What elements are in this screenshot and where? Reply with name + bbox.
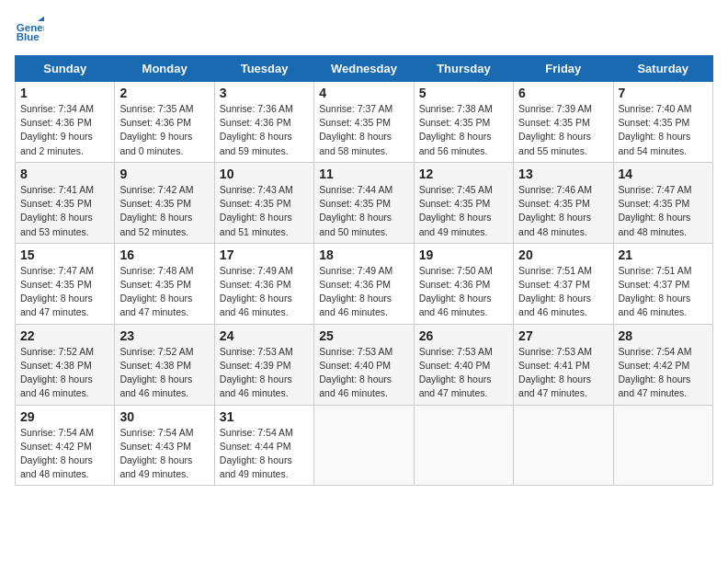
day-info: Sunrise: 7:35 AMSunset: 4:36 PMDaylight:…: [119, 103, 193, 156]
day-number: 18: [319, 247, 408, 262]
day-cell-13: 13 Sunrise: 7:46 AMSunset: 4:35 PMDaylig…: [514, 162, 613, 243]
svg-text:Blue: Blue: [17, 31, 40, 42]
svg-marker-2: [38, 17, 44, 21]
day-number: 14: [619, 167, 708, 181]
day-header-sunday: Sunday: [16, 56, 115, 82]
day-info: Sunrise: 7:53 AMSunset: 4:40 PMDaylight:…: [319, 346, 392, 399]
day-number: 28: [619, 328, 708, 343]
day-cell-27: 27 Sunrise: 7:53 AMSunset: 4:41 PMDaylig…: [514, 324, 613, 405]
day-number: 26: [419, 328, 508, 343]
calendar-header-row: SundayMondayTuesdayWednesdayThursdayFrid…: [16, 56, 713, 82]
day-info: Sunrise: 7:47 AMSunset: 4:35 PMDaylight:…: [619, 184, 692, 237]
day-header-monday: Monday: [115, 56, 214, 82]
day-info: Sunrise: 7:46 AMSunset: 4:35 PMDaylight:…: [518, 184, 592, 237]
day-info: Sunrise: 7:49 AMSunset: 4:36 PMDaylight:…: [319, 265, 392, 318]
day-cell-14: 14 Sunrise: 7:47 AMSunset: 4:35 PMDaylig…: [613, 162, 712, 243]
day-number: 6: [518, 86, 608, 100]
page-header: General Blue: [15, 15, 713, 44]
day-info: Sunrise: 7:53 AMSunset: 4:39 PMDaylight:…: [220, 346, 293, 399]
day-cell-17: 17 Sunrise: 7:49 AMSunset: 4:36 PMDaylig…: [214, 243, 313, 324]
day-info: Sunrise: 7:53 AMSunset: 4:40 PMDaylight:…: [419, 346, 493, 399]
logo: General Blue: [15, 15, 44, 44]
day-number: 27: [518, 328, 608, 343]
day-cell-1: 1 Sunrise: 7:34 AMSunset: 4:36 PMDayligh…: [16, 82, 115, 163]
day-info: Sunrise: 7:49 AMSunset: 4:36 PMDaylight:…: [220, 265, 293, 318]
day-info: Sunrise: 7:51 AMSunset: 4:37 PMDaylight:…: [619, 265, 692, 318]
calendar-week-3: 15 Sunrise: 7:47 AMSunset: 4:35 PMDaylig…: [16, 243, 713, 324]
day-info: Sunrise: 7:47 AMSunset: 4:35 PMDaylight:…: [20, 265, 94, 318]
day-number: 31: [220, 409, 309, 424]
day-number: 17: [220, 247, 309, 262]
day-cell-7: 7 Sunrise: 7:40 AMSunset: 4:35 PMDayligh…: [613, 82, 712, 163]
day-info: Sunrise: 7:54 AMSunset: 4:44 PMDaylight:…: [220, 427, 293, 480]
day-number: 30: [119, 409, 209, 424]
empty-cell: [514, 405, 613, 486]
day-info: Sunrise: 7:39 AMSunset: 4:35 PMDaylight:…: [518, 103, 592, 156]
day-cell-23: 23 Sunrise: 7:52 AMSunset: 4:38 PMDaylig…: [115, 324, 214, 405]
day-cell-25: 25 Sunrise: 7:53 AMSunset: 4:40 PMDaylig…: [314, 324, 414, 405]
day-number: 15: [20, 247, 109, 262]
day-info: Sunrise: 7:42 AMSunset: 4:35 PMDaylight:…: [119, 184, 193, 237]
day-info: Sunrise: 7:38 AMSunset: 4:35 PMDaylight:…: [419, 103, 493, 156]
logo-icon: General Blue: [15, 15, 44, 44]
day-number: 23: [119, 328, 209, 343]
day-info: Sunrise: 7:43 AMSunset: 4:35 PMDaylight:…: [220, 184, 293, 237]
day-number: 4: [319, 86, 408, 100]
day-number: 12: [419, 167, 508, 181]
day-cell-31: 31 Sunrise: 7:54 AMSunset: 4:44 PMDaylig…: [214, 405, 313, 486]
calendar-week-4: 22 Sunrise: 7:52 AMSunset: 4:38 PMDaylig…: [16, 324, 713, 405]
day-info: Sunrise: 7:48 AMSunset: 4:35 PMDaylight:…: [119, 265, 193, 318]
day-info: Sunrise: 7:40 AMSunset: 4:35 PMDaylight:…: [619, 103, 692, 156]
day-info: Sunrise: 7:44 AMSunset: 4:35 PMDaylight:…: [319, 184, 392, 237]
day-info: Sunrise: 7:50 AMSunset: 4:36 PMDaylight:…: [419, 265, 493, 318]
day-cell-24: 24 Sunrise: 7:53 AMSunset: 4:39 PMDaylig…: [214, 324, 313, 405]
day-number: 10: [220, 167, 309, 181]
day-cell-22: 22 Sunrise: 7:52 AMSunset: 4:38 PMDaylig…: [16, 324, 115, 405]
day-header-tuesday: Tuesday: [214, 56, 313, 82]
day-number: 16: [119, 247, 209, 262]
day-number: 9: [119, 167, 209, 181]
day-info: Sunrise: 7:37 AMSunset: 4:35 PMDaylight:…: [319, 103, 392, 156]
day-header-saturday: Saturday: [613, 56, 712, 82]
day-cell-21: 21 Sunrise: 7:51 AMSunset: 4:37 PMDaylig…: [613, 243, 712, 324]
day-info: Sunrise: 7:54 AMSunset: 4:42 PMDaylight:…: [619, 346, 692, 399]
day-number: 13: [518, 167, 608, 181]
day-number: 11: [319, 167, 408, 181]
day-number: 1: [20, 86, 109, 100]
calendar-week-1: 1 Sunrise: 7:34 AMSunset: 4:36 PMDayligh…: [16, 82, 713, 163]
day-cell-18: 18 Sunrise: 7:49 AMSunset: 4:36 PMDaylig…: [314, 243, 414, 324]
day-info: Sunrise: 7:34 AMSunset: 4:36 PMDaylight:…: [20, 103, 94, 156]
calendar-body: 1 Sunrise: 7:34 AMSunset: 4:36 PMDayligh…: [16, 82, 713, 486]
day-cell-19: 19 Sunrise: 7:50 AMSunset: 4:36 PMDaylig…: [414, 243, 513, 324]
empty-cell: [314, 405, 414, 486]
day-cell-15: 15 Sunrise: 7:47 AMSunset: 4:35 PMDaylig…: [16, 243, 115, 324]
day-cell-11: 11 Sunrise: 7:44 AMSunset: 4:35 PMDaylig…: [314, 162, 414, 243]
calendar-week-2: 8 Sunrise: 7:41 AMSunset: 4:35 PMDayligh…: [16, 162, 713, 243]
day-number: 19: [419, 247, 508, 262]
day-info: Sunrise: 7:52 AMSunset: 4:38 PMDaylight:…: [119, 346, 193, 399]
day-cell-20: 20 Sunrise: 7:51 AMSunset: 4:37 PMDaylig…: [514, 243, 613, 324]
day-cell-8: 8 Sunrise: 7:41 AMSunset: 4:35 PMDayligh…: [16, 162, 115, 243]
day-cell-4: 4 Sunrise: 7:37 AMSunset: 4:35 PMDayligh…: [314, 82, 414, 163]
day-info: Sunrise: 7:41 AMSunset: 4:35 PMDaylight:…: [20, 184, 94, 237]
day-cell-2: 2 Sunrise: 7:35 AMSunset: 4:36 PMDayligh…: [115, 82, 214, 163]
day-cell-10: 10 Sunrise: 7:43 AMSunset: 4:35 PMDaylig…: [214, 162, 313, 243]
day-header-thursday: Thursday: [414, 56, 513, 82]
day-info: Sunrise: 7:45 AMSunset: 4:35 PMDaylight:…: [419, 184, 493, 237]
day-number: 25: [319, 328, 408, 343]
day-header-wednesday: Wednesday: [314, 56, 414, 82]
day-cell-28: 28 Sunrise: 7:54 AMSunset: 4:42 PMDaylig…: [613, 324, 712, 405]
day-number: 5: [419, 86, 508, 100]
day-number: 20: [518, 247, 608, 262]
day-cell-26: 26 Sunrise: 7:53 AMSunset: 4:40 PMDaylig…: [414, 324, 513, 405]
day-number: 3: [220, 86, 309, 100]
day-number: 22: [20, 328, 109, 343]
day-cell-6: 6 Sunrise: 7:39 AMSunset: 4:35 PMDayligh…: [514, 82, 613, 163]
day-number: 24: [220, 328, 309, 343]
day-info: Sunrise: 7:51 AMSunset: 4:37 PMDaylight:…: [518, 265, 592, 318]
calendar-table: SundayMondayTuesdayWednesdayThursdayFrid…: [15, 55, 713, 486]
day-cell-3: 3 Sunrise: 7:36 AMSunset: 4:36 PMDayligh…: [214, 82, 313, 163]
day-info: Sunrise: 7:54 AMSunset: 4:42 PMDaylight:…: [20, 427, 94, 480]
day-number: 21: [619, 247, 708, 262]
day-header-friday: Friday: [514, 56, 613, 82]
